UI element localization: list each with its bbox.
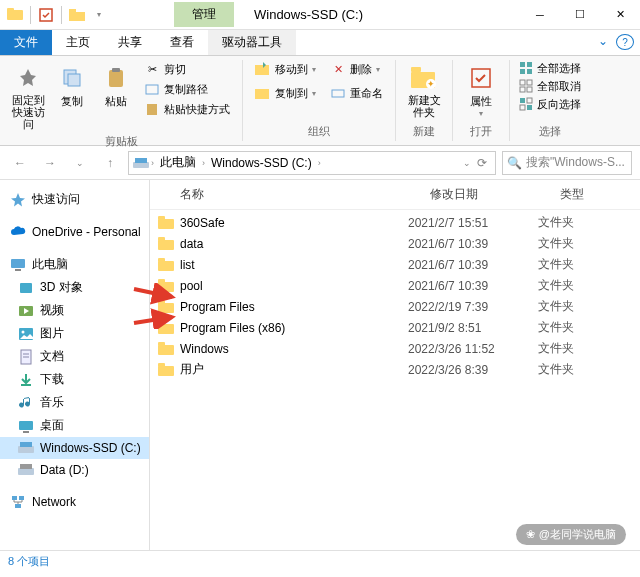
svg-rect-64 <box>158 321 165 325</box>
file-type: 文件夹 <box>538 256 632 273</box>
tab-view[interactable]: 查看 <box>156 30 208 55</box>
star-icon <box>10 192 26 208</box>
file-row[interactable]: Program Files2022/2/19 7:39文件夹 <box>150 296 640 317</box>
qat-folder-icon[interactable] <box>68 6 86 24</box>
ribbon-group-select: 全部选择 全部取消 反向选择 选择 <box>510 60 589 141</box>
properties-icon <box>467 64 495 92</box>
new-folder-button[interactable]: ✦ 新建文件夹 <box>404 60 444 122</box>
svg-rect-68 <box>158 363 165 367</box>
nav-forward-button[interactable]: → <box>38 151 62 175</box>
select-none-button[interactable]: 全部取消 <box>518 78 581 94</box>
quick-access-toolbar: ▾ <box>0 6 114 24</box>
sidebar-item-label: 音乐 <box>40 394 64 411</box>
file-name: 用户 <box>180 361 408 378</box>
file-row[interactable]: 360Safe2021/2/7 15:51文件夹 <box>150 212 640 233</box>
tab-drive-tools[interactable]: 驱动器工具 <box>208 30 296 55</box>
file-name: Program Files (x86) <box>180 321 408 335</box>
network-icon <box>10 494 26 510</box>
chevron-right-icon[interactable]: › <box>318 158 321 168</box>
watermark-icon: ❀ <box>526 528 535 541</box>
sidebar-item-label: 桌面 <box>40 417 64 434</box>
minimize-button[interactable]: ─ <box>520 0 560 30</box>
svg-rect-63 <box>158 324 174 334</box>
file-type: 文件夹 <box>538 361 632 378</box>
copy-button[interactable]: 复制 <box>52 60 92 113</box>
select-all-button[interactable]: 全部选择 <box>518 60 581 76</box>
tab-home[interactable]: 主页 <box>52 30 104 55</box>
drive-icon <box>133 155 149 171</box>
copy-to-button[interactable]: 复制到▾ <box>251 84 320 102</box>
breadcrumb-dropdown-icon[interactable]: ⌄ <box>463 158 471 168</box>
svg-rect-50 <box>12 496 17 500</box>
sidebar-item[interactable]: Data (D:) <box>0 459 149 481</box>
search-input[interactable]: 🔍 搜索"Windows-S... <box>502 151 632 175</box>
svg-text:✦: ✦ <box>427 79 435 89</box>
folder-icon <box>158 363 174 377</box>
column-name[interactable]: 名称 <box>180 186 430 203</box>
help-icon[interactable]: ? <box>616 34 634 50</box>
cut-button[interactable]: ✂剪切 <box>140 60 234 78</box>
sidebar-item[interactable]: 下载 <box>0 368 149 391</box>
sidebar-onedrive[interactable]: OneDrive - Personal <box>0 221 149 243</box>
file-name: pool <box>180 279 408 293</box>
svg-rect-20 <box>527 62 532 67</box>
delete-button[interactable]: ✕删除▾ <box>326 60 384 78</box>
pc-icon <box>10 257 26 273</box>
column-type[interactable]: 类型 <box>560 186 632 203</box>
close-button[interactable]: ✕ <box>600 0 640 30</box>
chevron-right-icon[interactable]: › <box>202 158 205 168</box>
breadcrumb-drive[interactable]: Windows-SSD (C:) <box>207 156 316 170</box>
file-row[interactable]: Windows2022/3/26 11:52文件夹 <box>150 338 640 359</box>
qat-properties-icon[interactable] <box>37 6 55 24</box>
sidebar-item[interactable]: 3D 对象 <box>0 276 149 299</box>
paste-shortcut-button[interactable]: 粘贴快捷方式 <box>140 100 234 118</box>
tab-share[interactable]: 共享 <box>104 30 156 55</box>
sidebar-network[interactable]: Network <box>0 491 149 513</box>
svg-rect-12 <box>255 89 269 99</box>
pin-to-quick-access-button[interactable]: 固定到快速访问 <box>8 60 48 134</box>
svg-rect-67 <box>158 366 174 376</box>
move-to-button[interactable]: 移动到▾ <box>251 60 320 78</box>
copy-path-button[interactable]: 复制路径 <box>140 80 234 98</box>
sidebar-item[interactable]: 图片 <box>0 322 149 345</box>
paste-button[interactable]: 粘贴 <box>96 60 136 113</box>
file-row[interactable]: pool2021/6/7 10:39文件夹 <box>150 275 640 296</box>
nav-recent-dropdown[interactable]: ⌄ <box>68 151 92 175</box>
refresh-icon[interactable]: ⟳ <box>473 156 491 170</box>
sidebar-item[interactable]: 桌面 <box>0 414 149 437</box>
svg-rect-61 <box>158 303 174 313</box>
breadcrumb[interactable]: › 此电脑 › Windows-SSD (C:) › ⌄ ⟳ <box>128 151 496 175</box>
file-row[interactable]: data2021/6/7 10:39文件夹 <box>150 233 640 254</box>
nav-up-button[interactable]: ↑ <box>98 151 122 175</box>
svg-rect-28 <box>527 105 532 110</box>
file-row[interactable]: list2021/6/7 10:39文件夹 <box>150 254 640 275</box>
svg-rect-56 <box>158 237 165 241</box>
file-row[interactable]: 用户2022/3/26 8:39文件夹 <box>150 359 640 380</box>
svg-rect-49 <box>20 464 32 469</box>
svg-rect-24 <box>527 80 532 85</box>
invert-selection-button[interactable]: 反向选择 <box>518 96 581 112</box>
sidebar-item[interactable]: Windows-SSD (C:) <box>0 437 149 459</box>
ribbon-collapse-icon[interactable]: ⌄ <box>590 30 616 55</box>
svg-rect-23 <box>520 80 525 85</box>
rename-button[interactable]: 重命名 <box>326 84 387 102</box>
file-row[interactable]: Program Files (x86)2021/9/2 8:51文件夹 <box>150 317 640 338</box>
maximize-button[interactable]: ☐ <box>560 0 600 30</box>
sidebar-item[interactable]: 音乐 <box>0 391 149 414</box>
sidebar-quick-access[interactable]: 快速访问 <box>0 188 149 211</box>
column-date[interactable]: 修改日期 <box>430 186 560 203</box>
sidebar-item[interactable]: 文档 <box>0 345 149 368</box>
sidebar-item[interactable]: 视频 <box>0 299 149 322</box>
item-count: 8 个项目 <box>8 554 50 569</box>
properties-button[interactable]: 属性 ▾ <box>461 60 501 122</box>
breadcrumb-this-pc[interactable]: 此电脑 <box>156 154 200 171</box>
tab-file[interactable]: 文件 <box>0 30 52 55</box>
svg-rect-51 <box>19 496 24 500</box>
sidebar-this-pc[interactable]: 此电脑 <box>0 253 149 276</box>
qat-dropdown-icon[interactable]: ▾ <box>90 6 108 24</box>
svg-rect-46 <box>18 446 34 453</box>
nav-back-button[interactable]: ← <box>8 151 32 175</box>
file-date: 2022/3/26 8:39 <box>408 363 538 377</box>
sidebar-item-label: 文档 <box>40 348 64 365</box>
chevron-right-icon[interactable]: › <box>151 158 154 168</box>
